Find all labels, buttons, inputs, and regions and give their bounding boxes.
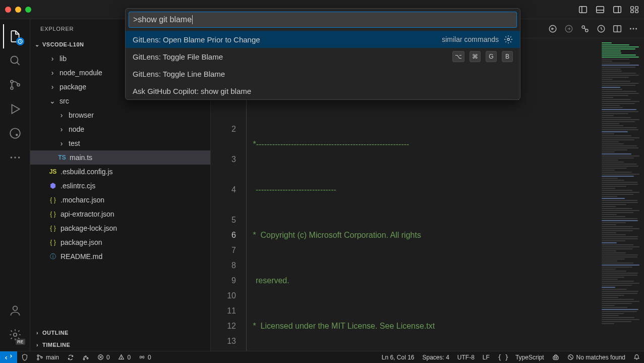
- svg-point-46: [141, 356, 143, 358]
- remote-activity-icon[interactable]: [3, 121, 27, 145]
- status-bell-icon[interactable]: [629, 351, 644, 364]
- svg-point-27: [582, 26, 584, 28]
- gutter-line-number: 4: [211, 182, 236, 197]
- svg-point-34: [635, 28, 637, 29]
- compare-icon[interactable]: [580, 24, 590, 33]
- more-activity-icon[interactable]: [3, 145, 27, 170]
- search-activity-icon[interactable]: [3, 48, 27, 73]
- status-position[interactable]: Ln 6, Col 16: [378, 351, 419, 364]
- status-language[interactable]: { } TypeScript: [494, 351, 548, 364]
- command-palette-item[interactable]: GitLens: Toggle File Blame⌥⌘GB: [126, 48, 520, 65]
- svg-point-13: [11, 80, 13, 83]
- svg-point-14: [11, 87, 13, 89]
- history-icon[interactable]: [597, 24, 606, 33]
- sidebar-section-timeline[interactable]: ›TIMELINE: [30, 339, 210, 351]
- pending-badge-icon: [16, 37, 24, 45]
- command-palette-item[interactable]: GitLens: Open Blame Prior to Changesimil…: [126, 31, 520, 48]
- tree-file[interactable]: TSmain.ts: [30, 150, 210, 165]
- tree-item-label: api-extractor.json: [61, 210, 114, 218]
- status-graph-icon[interactable]: [78, 351, 93, 364]
- status-spaces[interactable]: Spaces: 4: [418, 351, 453, 364]
- svg-point-48: [554, 357, 555, 358]
- settings-activity-icon[interactable]: RE: [3, 323, 27, 347]
- tree-file[interactable]: JS.esbuild.config.js: [30, 165, 210, 179]
- layout-primary-icon[interactable]: [578, 5, 588, 14]
- status-encoding[interactable]: UTF-8: [453, 351, 479, 364]
- layout-secondary-icon[interactable]: [613, 5, 622, 14]
- explorer-activity-icon[interactable]: [3, 24, 27, 48]
- palette-item-hint: similar commands: [442, 35, 499, 43]
- tree-item-label: browser: [69, 111, 94, 119]
- tree-item-label: package: [60, 83, 86, 91]
- palette-item-label: GitLens: Toggle File Blame: [133, 53, 223, 61]
- palette-item-label: Ask GitHub Copilot: show git blame: [133, 87, 251, 95]
- more-editor-icon[interactable]: [629, 24, 638, 33]
- svg-rect-4: [614, 6, 621, 12]
- window-controls: [5, 7, 31, 13]
- minimize-window-icon[interactable]: [15, 7, 21, 13]
- gutter-line-number: 5: [211, 213, 236, 228]
- tree-item-label: .mocharc.json: [61, 196, 104, 204]
- gutter-line-number: 7: [211, 243, 236, 258]
- command-palette-item[interactable]: GitLens: Toggle Line Blame: [126, 65, 520, 82]
- layout-panel-icon[interactable]: [596, 5, 605, 14]
- activity-bar: RE: [0, 19, 30, 351]
- status-problems[interactable]: 0 0: [93, 351, 135, 364]
- tree-item-label: test: [69, 139, 80, 147]
- status-eol[interactable]: LF: [479, 351, 494, 364]
- tree-folder[interactable]: ›browser: [30, 108, 210, 122]
- chevron-right-icon: ›: [57, 111, 66, 119]
- tree-file[interactable]: { }package-lock.json: [30, 221, 210, 235]
- remote-indicator-icon[interactable]: [0, 351, 17, 364]
- status-ports[interactable]: 0: [135, 351, 155, 364]
- palette-item-label: GitLens: Toggle Line Blame: [133, 70, 225, 78]
- chevron-right-icon: ›: [57, 139, 66, 147]
- gutter-line-number: 12: [211, 319, 236, 334]
- chevron-right-icon: ›: [48, 55, 56, 63]
- settings-badge: RE: [16, 339, 25, 345]
- layout-customize-icon[interactable]: [630, 5, 639, 14]
- sidebar-section-outline[interactable]: ›OUTLINE: [30, 327, 210, 339]
- run-activity-icon[interactable]: [3, 97, 27, 121]
- svg-point-45: [121, 358, 122, 358]
- svg-point-15: [17, 84, 20, 86]
- status-matches[interactable]: No matches found: [563, 351, 629, 364]
- chevron-down-icon: ⌄: [48, 97, 56, 105]
- svg-point-49: [556, 357, 557, 358]
- gutter-line-number: 11: [211, 303, 236, 319]
- account-activity-icon[interactable]: [3, 298, 27, 323]
- svg-point-20: [14, 157, 16, 158]
- tree-folder[interactable]: ›test: [30, 136, 210, 150]
- tree-file[interactable]: { }api-extractor.json: [30, 207, 210, 221]
- status-copilot-icon[interactable]: [548, 351, 563, 364]
- svg-point-38: [83, 358, 85, 360]
- tree-folder[interactable]: ›node: [30, 122, 210, 136]
- status-branch[interactable]: main: [32, 351, 63, 364]
- status-shield-icon[interactable]: [17, 351, 32, 364]
- svg-point-32: [630, 28, 631, 29]
- editor-minimap[interactable]: [599, 38, 644, 351]
- svg-rect-7: [635, 6, 638, 9]
- gutter-line-number: 9: [211, 273, 236, 288]
- status-sync-icon[interactable]: [63, 351, 78, 364]
- close-window-icon[interactable]: [5, 7, 11, 13]
- chevron-right-icon: ›: [57, 125, 66, 133]
- svg-point-11: [11, 56, 18, 63]
- split-editor-icon[interactable]: [613, 24, 622, 33]
- zoom-window-icon[interactable]: [25, 7, 31, 13]
- nav-forward-icon[interactable]: [564, 24, 573, 33]
- command-palette-input[interactable]: >show git blame: [129, 12, 517, 28]
- tree-file[interactable]: ⓘREADME.md: [30, 249, 210, 264]
- tree-file[interactable]: { }.mocharc.json: [30, 193, 210, 207]
- svg-rect-9: [635, 10, 638, 13]
- tree-file[interactable]: { }package.json: [30, 235, 210, 249]
- svg-point-36: [37, 358, 39, 359]
- command-palette-list: GitLens: Open Blame Prior to Changesimil…: [126, 31, 520, 99]
- scm-activity-icon[interactable]: [3, 73, 27, 97]
- command-palette-item[interactable]: Ask GitHub Copilot: show git blame: [126, 82, 520, 99]
- svg-rect-6: [631, 6, 634, 9]
- nav-back-icon[interactable]: [548, 24, 557, 33]
- tree-file[interactable]: .eslintrc.cjs: [30, 179, 210, 193]
- chevron-right-icon: ›: [48, 83, 56, 91]
- gear-icon[interactable]: [504, 35, 513, 44]
